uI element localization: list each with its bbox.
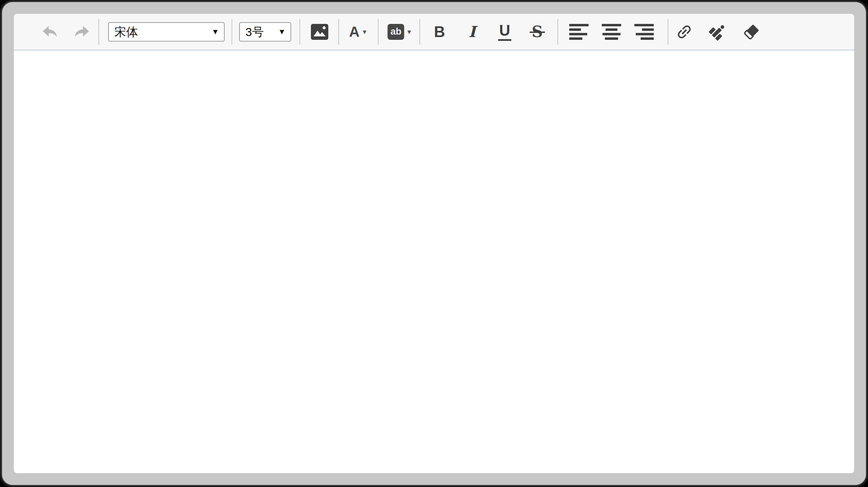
- redo-icon: [73, 23, 91, 41]
- image-icon: [310, 24, 329, 40]
- toolbar-separator: [338, 19, 339, 45]
- chevron-down-icon: ▼: [278, 28, 286, 36]
- font-size-select[interactable]: 3号 ▼: [239, 22, 291, 42]
- italic-button[interactable]: I: [461, 19, 483, 44]
- highlight-color-icon: ab: [388, 24, 404, 40]
- font-family-select[interactable]: 宋体 ▼: [108, 22, 225, 42]
- format-brush-icon: [708, 23, 727, 41]
- align-center-icon: [602, 24, 621, 40]
- align-right-icon: [634, 24, 654, 40]
- toolbar-separator: [300, 19, 300, 45]
- toolbar-separator: [232, 19, 232, 45]
- bold-button[interactable]: B: [428, 19, 451, 44]
- chevron-down-icon: ▾: [363, 28, 366, 35]
- underline-button[interactable]: U: [494, 19, 516, 44]
- font-color-button[interactable]: A ▾: [345, 19, 370, 44]
- toolbar-separator: [668, 19, 668, 45]
- format-brush-button[interactable]: [708, 19, 727, 44]
- align-left-icon: [569, 24, 589, 40]
- clear-format-button[interactable]: [742, 19, 761, 44]
- toolbar-separator: [419, 19, 420, 45]
- underline-icon: U: [498, 23, 511, 41]
- chevron-down-icon: ▾: [407, 28, 411, 35]
- font-size-value: 3号: [245, 26, 264, 38]
- redo-button[interactable]: [72, 19, 92, 44]
- strikethrough-icon: S: [531, 24, 544, 39]
- toolbar-separator: [98, 19, 99, 45]
- editor-body[interactable]: [14, 51, 854, 473]
- undo-button[interactable]: [40, 19, 60, 44]
- align-center-button[interactable]: [601, 19, 622, 44]
- undo-icon: [41, 23, 59, 41]
- eraser-icon: [743, 23, 761, 41]
- link-icon: [671, 19, 697, 45]
- editor-window-frame: 宋体 ▼ 3号 ▼ A: [2, 2, 866, 485]
- bold-icon: B: [434, 24, 445, 39]
- chevron-down-icon: ▼: [211, 28, 219, 36]
- toolbar-separator: [378, 19, 379, 45]
- insert-link-button[interactable]: [675, 19, 694, 44]
- strikethrough-button[interactable]: S: [526, 19, 548, 44]
- editor-content: 宋体 ▼ 3号 ▼ A: [14, 14, 854, 473]
- insert-image-button[interactable]: [309, 19, 331, 44]
- font-color-icon: A: [349, 25, 359, 39]
- highlight-color-button[interactable]: ab ▾: [385, 19, 414, 44]
- font-family-value: 宋体: [114, 26, 138, 38]
- toolbar-separator: [557, 19, 558, 45]
- align-left-button[interactable]: [568, 19, 589, 44]
- italic-icon: I: [469, 24, 476, 39]
- align-right-button[interactable]: [634, 19, 654, 44]
- editor-toolbar: 宋体 ▼ 3号 ▼ A: [14, 14, 854, 51]
